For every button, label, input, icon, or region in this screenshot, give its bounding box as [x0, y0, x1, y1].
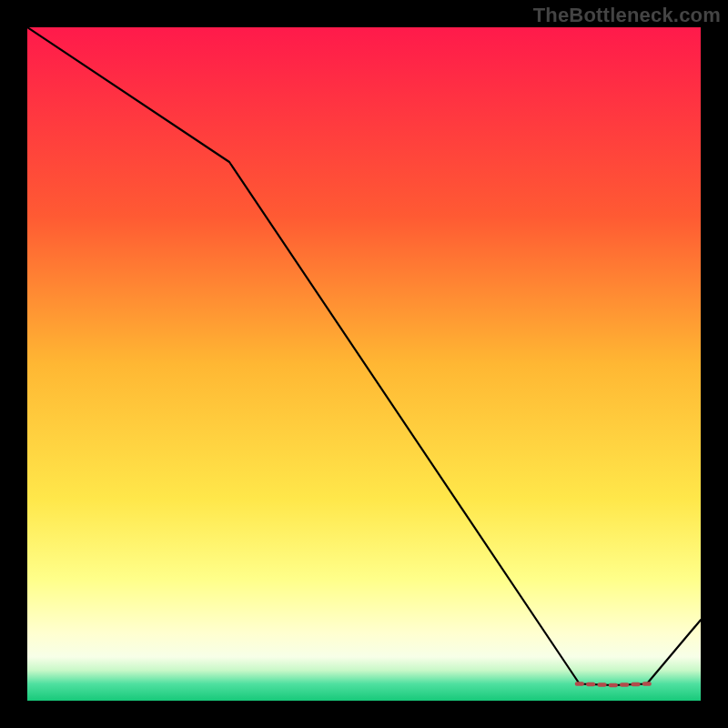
flat-marker: [642, 682, 652, 685]
flat-marker: [575, 682, 584, 685]
plot-area: [27, 27, 701, 701]
flat-marker: [620, 682, 629, 686]
watermark-text: TheBottleneck.com: [533, 4, 721, 27]
chart-svg: [27, 27, 701, 701]
flat-marker: [586, 682, 595, 686]
flat-marker: [609, 683, 618, 687]
chart-frame: TheBottleneck.com: [0, 0, 728, 728]
flat-marker: [632, 682, 641, 686]
flat-marker: [598, 682, 607, 686]
